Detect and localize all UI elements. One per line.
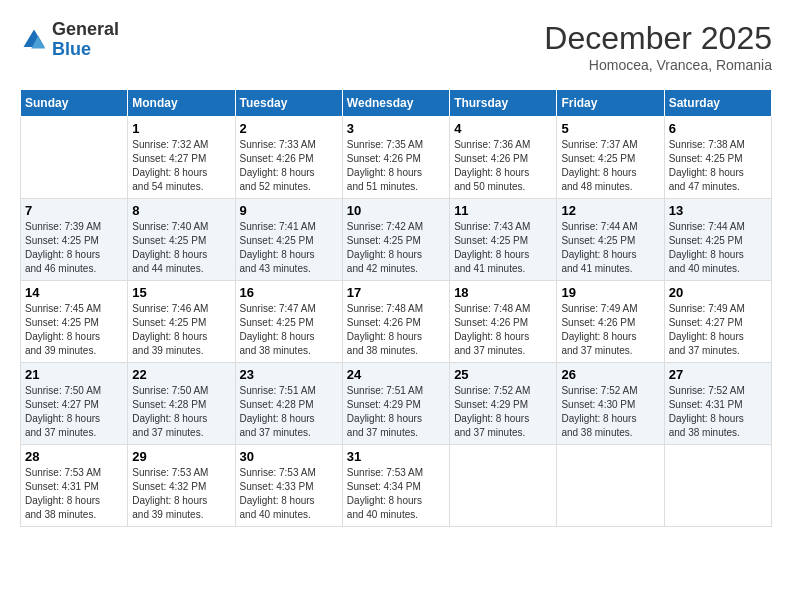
calendar-cell: 29Sunrise: 7:53 AM Sunset: 4:32 PM Dayli… [128, 445, 235, 527]
col-thursday: Thursday [450, 90, 557, 117]
day-info: Sunrise: 7:49 AM Sunset: 4:27 PM Dayligh… [669, 302, 767, 358]
day-info: Sunrise: 7:53 AM Sunset: 4:31 PM Dayligh… [25, 466, 123, 522]
day-info: Sunrise: 7:36 AM Sunset: 4:26 PM Dayligh… [454, 138, 552, 194]
day-info: Sunrise: 7:35 AM Sunset: 4:26 PM Dayligh… [347, 138, 445, 194]
day-info: Sunrise: 7:38 AM Sunset: 4:25 PM Dayligh… [669, 138, 767, 194]
month-title: December 2025 [544, 20, 772, 57]
day-number: 2 [240, 121, 338, 136]
day-info: Sunrise: 7:48 AM Sunset: 4:26 PM Dayligh… [454, 302, 552, 358]
day-number: 29 [132, 449, 230, 464]
calendar-cell: 16Sunrise: 7:47 AM Sunset: 4:25 PM Dayli… [235, 281, 342, 363]
calendar-week-2: 7Sunrise: 7:39 AM Sunset: 4:25 PM Daylig… [21, 199, 772, 281]
day-info: Sunrise: 7:49 AM Sunset: 4:26 PM Dayligh… [561, 302, 659, 358]
day-info: Sunrise: 7:37 AM Sunset: 4:25 PM Dayligh… [561, 138, 659, 194]
calendar-cell: 10Sunrise: 7:42 AM Sunset: 4:25 PM Dayli… [342, 199, 449, 281]
day-number: 14 [25, 285, 123, 300]
calendar-week-5: 28Sunrise: 7:53 AM Sunset: 4:31 PM Dayli… [21, 445, 772, 527]
day-info: Sunrise: 7:53 AM Sunset: 4:34 PM Dayligh… [347, 466, 445, 522]
day-number: 3 [347, 121, 445, 136]
day-info: Sunrise: 7:51 AM Sunset: 4:28 PM Dayligh… [240, 384, 338, 440]
calendar-cell: 13Sunrise: 7:44 AM Sunset: 4:25 PM Dayli… [664, 199, 771, 281]
location-subtitle: Homocea, Vrancea, Romania [544, 57, 772, 73]
day-info: Sunrise: 7:52 AM Sunset: 4:29 PM Dayligh… [454, 384, 552, 440]
day-number: 9 [240, 203, 338, 218]
calendar-cell: 9Sunrise: 7:41 AM Sunset: 4:25 PM Daylig… [235, 199, 342, 281]
day-info: Sunrise: 7:45 AM Sunset: 4:25 PM Dayligh… [25, 302, 123, 358]
day-number: 10 [347, 203, 445, 218]
calendar-cell: 14Sunrise: 7:45 AM Sunset: 4:25 PM Dayli… [21, 281, 128, 363]
calendar-cell: 23Sunrise: 7:51 AM Sunset: 4:28 PM Dayli… [235, 363, 342, 445]
calendar-table: Sunday Monday Tuesday Wednesday Thursday… [20, 89, 772, 527]
day-info: Sunrise: 7:44 AM Sunset: 4:25 PM Dayligh… [561, 220, 659, 276]
day-info: Sunrise: 7:53 AM Sunset: 4:32 PM Dayligh… [132, 466, 230, 522]
calendar-cell: 6Sunrise: 7:38 AM Sunset: 4:25 PM Daylig… [664, 117, 771, 199]
day-number: 25 [454, 367, 552, 382]
day-number: 1 [132, 121, 230, 136]
day-info: Sunrise: 7:40 AM Sunset: 4:25 PM Dayligh… [132, 220, 230, 276]
calendar-cell: 30Sunrise: 7:53 AM Sunset: 4:33 PM Dayli… [235, 445, 342, 527]
col-wednesday: Wednesday [342, 90, 449, 117]
day-number: 23 [240, 367, 338, 382]
calendar-cell: 19Sunrise: 7:49 AM Sunset: 4:26 PM Dayli… [557, 281, 664, 363]
day-info: Sunrise: 7:43 AM Sunset: 4:25 PM Dayligh… [454, 220, 552, 276]
day-number: 20 [669, 285, 767, 300]
calendar-cell: 11Sunrise: 7:43 AM Sunset: 4:25 PM Dayli… [450, 199, 557, 281]
calendar-cell: 5Sunrise: 7:37 AM Sunset: 4:25 PM Daylig… [557, 117, 664, 199]
calendar-cell: 1Sunrise: 7:32 AM Sunset: 4:27 PM Daylig… [128, 117, 235, 199]
day-number: 27 [669, 367, 767, 382]
calendar-week-3: 14Sunrise: 7:45 AM Sunset: 4:25 PM Dayli… [21, 281, 772, 363]
day-info: Sunrise: 7:39 AM Sunset: 4:25 PM Dayligh… [25, 220, 123, 276]
calendar-cell: 31Sunrise: 7:53 AM Sunset: 4:34 PM Dayli… [342, 445, 449, 527]
calendar-cell: 8Sunrise: 7:40 AM Sunset: 4:25 PM Daylig… [128, 199, 235, 281]
col-tuesday: Tuesday [235, 90, 342, 117]
calendar-week-4: 21Sunrise: 7:50 AM Sunset: 4:27 PM Dayli… [21, 363, 772, 445]
day-info: Sunrise: 7:52 AM Sunset: 4:31 PM Dayligh… [669, 384, 767, 440]
day-info: Sunrise: 7:44 AM Sunset: 4:25 PM Dayligh… [669, 220, 767, 276]
calendar-cell: 17Sunrise: 7:48 AM Sunset: 4:26 PM Dayli… [342, 281, 449, 363]
day-info: Sunrise: 7:51 AM Sunset: 4:29 PM Dayligh… [347, 384, 445, 440]
day-number: 13 [669, 203, 767, 218]
calendar-cell: 27Sunrise: 7:52 AM Sunset: 4:31 PM Dayli… [664, 363, 771, 445]
day-number: 18 [454, 285, 552, 300]
day-number: 8 [132, 203, 230, 218]
day-info: Sunrise: 7:52 AM Sunset: 4:30 PM Dayligh… [561, 384, 659, 440]
day-info: Sunrise: 7:33 AM Sunset: 4:26 PM Dayligh… [240, 138, 338, 194]
calendar-cell: 4Sunrise: 7:36 AM Sunset: 4:26 PM Daylig… [450, 117, 557, 199]
calendar-cell: 20Sunrise: 7:49 AM Sunset: 4:27 PM Dayli… [664, 281, 771, 363]
day-number: 17 [347, 285, 445, 300]
logo-icon [20, 26, 48, 54]
col-friday: Friday [557, 90, 664, 117]
calendar-cell: 12Sunrise: 7:44 AM Sunset: 4:25 PM Dayli… [557, 199, 664, 281]
calendar-cell: 26Sunrise: 7:52 AM Sunset: 4:30 PM Dayli… [557, 363, 664, 445]
day-info: Sunrise: 7:32 AM Sunset: 4:27 PM Dayligh… [132, 138, 230, 194]
calendar-cell: 24Sunrise: 7:51 AM Sunset: 4:29 PM Dayli… [342, 363, 449, 445]
day-number: 12 [561, 203, 659, 218]
calendar-cell: 21Sunrise: 7:50 AM Sunset: 4:27 PM Dayli… [21, 363, 128, 445]
day-number: 30 [240, 449, 338, 464]
day-info: Sunrise: 7:42 AM Sunset: 4:25 PM Dayligh… [347, 220, 445, 276]
col-monday: Monday [128, 90, 235, 117]
page-header: General Blue December 2025 Homocea, Vran… [20, 20, 772, 73]
day-number: 28 [25, 449, 123, 464]
day-number: 26 [561, 367, 659, 382]
day-info: Sunrise: 7:46 AM Sunset: 4:25 PM Dayligh… [132, 302, 230, 358]
day-number: 19 [561, 285, 659, 300]
day-number: 21 [25, 367, 123, 382]
calendar-cell: 15Sunrise: 7:46 AM Sunset: 4:25 PM Dayli… [128, 281, 235, 363]
calendar-cell [450, 445, 557, 527]
day-number: 11 [454, 203, 552, 218]
logo: General Blue [20, 20, 119, 60]
calendar-cell: 7Sunrise: 7:39 AM Sunset: 4:25 PM Daylig… [21, 199, 128, 281]
day-info: Sunrise: 7:53 AM Sunset: 4:33 PM Dayligh… [240, 466, 338, 522]
day-number: 22 [132, 367, 230, 382]
logo-text: General Blue [52, 20, 119, 60]
day-number: 31 [347, 449, 445, 464]
day-number: 5 [561, 121, 659, 136]
day-number: 16 [240, 285, 338, 300]
day-info: Sunrise: 7:47 AM Sunset: 4:25 PM Dayligh… [240, 302, 338, 358]
calendar-cell [664, 445, 771, 527]
calendar-cell: 22Sunrise: 7:50 AM Sunset: 4:28 PM Dayli… [128, 363, 235, 445]
calendar-cell: 28Sunrise: 7:53 AM Sunset: 4:31 PM Dayli… [21, 445, 128, 527]
calendar-header-row: Sunday Monday Tuesday Wednesday Thursday… [21, 90, 772, 117]
day-info: Sunrise: 7:50 AM Sunset: 4:28 PM Dayligh… [132, 384, 230, 440]
